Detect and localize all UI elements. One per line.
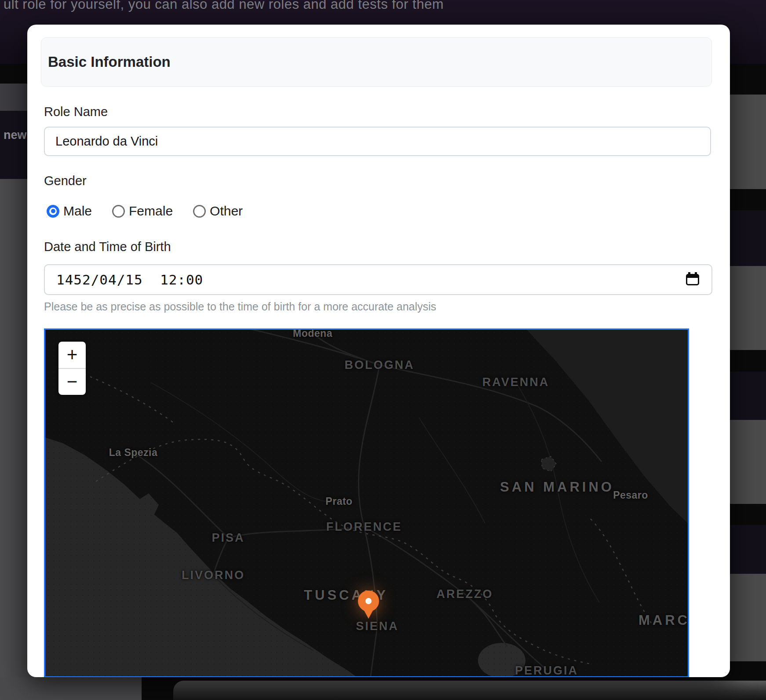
map-label-florence: FLORENCE — [326, 520, 402, 534]
zoom-out-button[interactable]: − — [58, 369, 86, 395]
map-label-arezzo: AREZZO — [437, 587, 493, 601]
background-bottom-card — [173, 681, 766, 700]
background-bottom-left-panel — [0, 677, 142, 700]
dialog-title: Basic Information — [48, 54, 171, 70]
map-label-marche: MARCHE — [638, 612, 689, 628]
birth-datetime-value: 1452/04/15 12:00 — [56, 272, 203, 288]
birth-datetime-label: Date and Time of Birth — [44, 240, 171, 254]
birth-datetime-input[interactable]: 1452/04/15 12:00 — [44, 264, 712, 295]
calendar-icon[interactable] — [686, 274, 699, 285]
map-label-pisa: PISA — [212, 531, 244, 545]
map-zoom-control: + − — [58, 342, 86, 395]
map-label-prato: Prato — [325, 496, 352, 507]
birthplace-map[interactable]: ModenaBOLOGNARAVENNALa SpeziaSAN MARINOP… — [44, 328, 689, 677]
role-name-value: Leonardo da Vinci — [55, 134, 158, 149]
radio-female[interactable] — [112, 205, 125, 218]
location-marker-pin[interactable] — [358, 591, 379, 620]
map-label-san-marino: SAN MARINO — [500, 479, 614, 495]
map-canvas[interactable]: ModenaBOLOGNARAVENNALa SpeziaSAN MARINOP… — [45, 330, 688, 676]
radio-female-label: Female — [129, 204, 173, 219]
role-name-label: Role Name — [44, 105, 108, 119]
radio-other[interactable] — [193, 205, 206, 218]
map-label-bologna: BOLOGNA — [345, 358, 415, 372]
map-label-siena: SIENA — [356, 620, 399, 633]
background-header-text: ult role for yourself, you can also add … — [4, 0, 444, 12]
radio-male-label: Male — [63, 204, 92, 219]
gender-option-female[interactable]: Female — [112, 204, 173, 219]
zoom-in-button[interactable]: + — [58, 342, 86, 368]
background-bottom-gap — [142, 677, 173, 700]
radio-male[interactable] — [47, 205, 59, 218]
role-name-input[interactable]: Leonardo da Vinci — [44, 127, 711, 156]
birth-helper-text: Please be as precise as possible to the … — [44, 300, 436, 313]
basic-information-dialog: Basic Information Role Name Leonardo da … — [27, 25, 730, 677]
map-label-perugia: PERUGIA — [515, 664, 578, 678]
radio-other-label: Other — [210, 204, 243, 219]
map-label-ravenna: RAVENNA — [482, 376, 550, 389]
gender-label: Gender — [44, 174, 87, 188]
map-label-livorno: LIVORNO — [182, 569, 245, 582]
map-label-la-spezia: La Spezia — [109, 447, 158, 459]
map-label-pesaro: Pesaro — [613, 489, 648, 501]
map-label-modena: Modena — [293, 328, 332, 339]
gender-option-other[interactable]: Other — [193, 204, 243, 219]
gender-radio-group: Male Female Other — [47, 201, 263, 221]
gender-option-male[interactable]: Male — [47, 204, 92, 219]
dialog-header: Basic Information — [41, 37, 712, 87]
background-new-label: new — [4, 128, 27, 142]
